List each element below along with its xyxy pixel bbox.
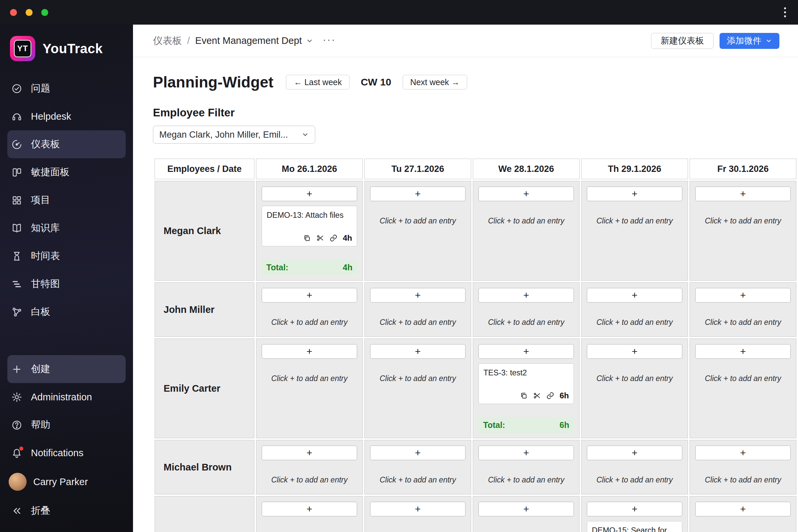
last-week-button[interactable]: ← Last week	[286, 75, 349, 90]
day-cell: +Click + to add an entry	[473, 440, 580, 494]
maximize-window-button[interactable]	[41, 9, 48, 16]
add-entry-button[interactable]: +	[695, 502, 791, 516]
add-entry-button[interactable]: +	[695, 445, 791, 460]
hourglass-icon	[11, 251, 22, 262]
sidebar-item-projects[interactable]: 项目	[0, 186, 133, 214]
empty-cell-hint: Click + to add an entry	[262, 475, 357, 484]
add-entry-button[interactable]: +	[478, 344, 574, 359]
add-entry-button[interactable]: +	[587, 445, 682, 460]
add-entry-button[interactable]: +	[587, 502, 682, 516]
add-entry-button[interactable]: +	[587, 344, 682, 359]
total-label: Total:	[266, 263, 288, 272]
scissors-icon[interactable]	[316, 234, 324, 242]
add-entry-button[interactable]: +	[262, 187, 357, 201]
scissors-icon[interactable]	[533, 392, 541, 400]
link-icon[interactable]	[546, 392, 554, 400]
add-entry-button[interactable]: +	[370, 187, 466, 201]
employee-name: Megan Clark	[155, 181, 254, 281]
plus-icon	[11, 364, 22, 375]
day-cell: +Click + to add an entry	[473, 181, 580, 281]
day-cell: +Click + to add an entry	[473, 282, 580, 337]
day-cell: +Click + to add an entry	[256, 282, 363, 337]
day-cell: +Click + to add an entry	[256, 496, 363, 532]
sidebar-item-label: 项目	[31, 193, 50, 207]
add-entry-button[interactable]: +	[478, 445, 574, 460]
sidebar-item-agile-boards[interactable]: 敏捷面板	[0, 158, 133, 186]
add-entry-button[interactable]: +	[262, 344, 357, 359]
total-value: 4h	[343, 263, 353, 272]
next-week-button[interactable]: Next week →	[403, 75, 468, 90]
add-entry-button[interactable]: +	[695, 187, 791, 201]
link-icon[interactable]	[329, 234, 338, 242]
dashboard-options-menu[interactable]: ···	[323, 34, 336, 48]
sidebar-item-dashboards[interactable]: 仪表板	[7, 130, 126, 158]
calendar-week-label: CW 10	[361, 76, 391, 88]
check-circle-icon	[11, 83, 22, 94]
book-icon	[11, 223, 22, 234]
add-entry-button[interactable]: +	[478, 502, 574, 516]
add-entry-button[interactable]: +	[262, 445, 357, 460]
breadcrumb-dashboards-link[interactable]: 仪表板	[153, 34, 182, 48]
add-entry-button[interactable]: +	[370, 288, 466, 303]
column-header-date: Tu 27.1.2026	[364, 158, 471, 179]
add-entry-button[interactable]: +	[370, 344, 466, 359]
sidebar-item-notifications[interactable]: Notifications	[0, 439, 133, 467]
day-cell: +Click + to add an entry	[581, 181, 688, 281]
add-entry-button[interactable]: +	[478, 288, 574, 303]
sidebar-item-administration[interactable]: Administration	[0, 383, 133, 411]
entry-hours: 4h	[343, 233, 352, 243]
column-header-date: Mo 26.1.2026	[256, 158, 363, 179]
new-dashboard-button[interactable]: 新建仪表板	[651, 33, 714, 49]
add-entry-button[interactable]: +	[262, 288, 357, 303]
close-window-button[interactable]	[10, 9, 17, 16]
sidebar-item-helpdesk[interactable]: Helpdesk	[0, 102, 133, 130]
column-header-date: Th 29.1.2026	[581, 158, 688, 179]
copy-icon[interactable]	[303, 234, 311, 242]
breadcrumb-separator: /	[187, 35, 190, 46]
add-entry-button[interactable]: +	[478, 187, 574, 201]
projects-grid-icon	[11, 195, 22, 206]
create-button[interactable]: 创建	[7, 355, 126, 383]
breadcrumb-current-dashboard[interactable]: Event Management Dept	[195, 35, 313, 46]
sidebar-item-label: 白板	[31, 305, 50, 319]
sidebar-item-issues[interactable]: 问题	[0, 75, 133, 102]
entry-card[interactable]: DEMO-13: Attach files4h	[262, 206, 357, 246]
add-entry-button[interactable]: +	[262, 502, 357, 516]
entry-card[interactable]: TES-3: test26h	[478, 363, 574, 404]
minimize-window-button[interactable]	[25, 9, 33, 16]
entry-card[interactable]: DEMO-15: Search for issues	[587, 521, 682, 532]
empty-cell-hint: Click + to add an entry	[695, 374, 791, 383]
sidebar-item-whiteboards[interactable]: 白板	[0, 298, 133, 326]
widget-content: Planning-Widget ← Last week CW 10 Next w…	[133, 57, 798, 532]
add-entry-button[interactable]: +	[587, 288, 682, 303]
app-logo[interactable]: YT YouTrack	[0, 36, 133, 61]
sidebar-item-profile[interactable]: Carry Parker	[0, 467, 133, 497]
total-value: 6h	[559, 420, 569, 430]
kebab-menu-icon[interactable]	[782, 5, 788, 19]
add-entry-button[interactable]: +	[370, 502, 466, 516]
add-entry-button[interactable]: +	[587, 187, 682, 201]
employee-filter-select[interactable]: Megan Clark, John Miller, Emil...	[153, 126, 315, 144]
add-entry-button[interactable]: +	[695, 288, 791, 303]
day-cell: +Click + to add an entry	[364, 440, 471, 494]
day-cell: +DEMO-13: Attach files4hTotal:4h	[256, 181, 363, 281]
entry-hours: 6h	[559, 391, 569, 400]
sidebar-item-help[interactable]: 帮助	[0, 411, 133, 439]
copy-icon[interactable]	[520, 392, 528, 400]
day-cell: +Click + to add an entry	[690, 440, 796, 494]
day-cell: +Click + to add an entry	[690, 181, 796, 281]
sidebar-item-knowledge-base[interactable]: 知识库	[0, 214, 133, 242]
gauge-icon	[11, 139, 22, 150]
column-header-date: We 28.1.2026	[473, 158, 580, 179]
sidebar-item-gantt-charts[interactable]: 甘特图	[0, 270, 133, 298]
sidebar-collapse-button[interactable]: 折叠	[0, 497, 133, 525]
youtrack-logo-icon: YT	[10, 36, 35, 61]
day-cell: +Click + to add an entry	[581, 282, 688, 337]
sidebar-item-timesheets[interactable]: 时间表	[0, 242, 133, 270]
add-entry-button[interactable]: +	[695, 344, 791, 359]
chevron-down-icon	[302, 131, 309, 138]
add-widget-button[interactable]: 添加微件	[720, 33, 779, 49]
day-cell: +Click + to add an entry	[581, 440, 688, 494]
add-entry-button[interactable]: +	[370, 445, 466, 460]
entry-actions: 6h	[520, 391, 569, 400]
